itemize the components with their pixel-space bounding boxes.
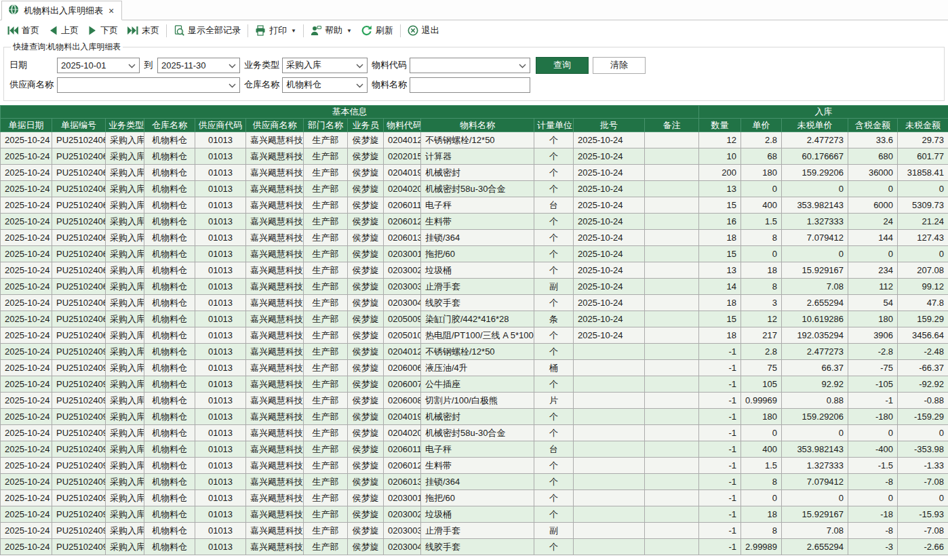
- table-row[interactable]: 2025-10-24PU25102406采购入库机物料仓01013嘉兴飓慧科技生…: [1, 246, 948, 262]
- table-row[interactable]: 2025-10-24PU25102406采购入库机物料仓01013嘉兴飓慧科技生…: [1, 181, 948, 197]
- table-row[interactable]: 2025-10-24PU25102406采购入库机物料仓01013嘉兴飓慧科技生…: [1, 327, 948, 344]
- date-to-select[interactable]: 2025-11-30: [157, 58, 240, 73]
- cell: 0: [848, 246, 898, 262]
- table-row[interactable]: 2025-10-24PU25102409采购入库机物料仓01013嘉兴飓慧科技生…: [1, 490, 948, 506]
- column-header-row: 单据日期单据编号业务类型仓库名称供应商代码供应商名称部门名称业务员物料代码物料名…: [1, 119, 948, 132]
- cell: 生产部: [304, 360, 348, 376]
- cell: 0204020: [384, 425, 421, 441]
- cell: 2025-10-24: [1, 523, 52, 539]
- cell: 采购入库: [106, 458, 144, 474]
- cell: 嘉兴飓慧科技: [246, 490, 304, 506]
- cell: PU25102406: [52, 295, 106, 311]
- cell: -2.8: [848, 344, 898, 360]
- help-person-icon: [311, 25, 321, 36]
- table-row[interactable]: 2025-10-24PU25102409采购入库机物料仓01013嘉兴飓慧科技生…: [1, 539, 948, 555]
- table-row[interactable]: 2025-10-24PU25102409采购入库机物料仓01013嘉兴飓慧科技生…: [1, 506, 948, 523]
- cell: 10.619286: [782, 311, 848, 327]
- cell: PU25102409: [52, 360, 106, 376]
- table-row[interactable]: 2025-10-24PU25102409采购入库机物料仓01013嘉兴飓慧科技生…: [1, 344, 948, 360]
- table-row[interactable]: 2025-10-24PU25102409采购入库机物料仓01013嘉兴飓慧科技生…: [1, 376, 948, 393]
- cell: -15.93: [898, 506, 948, 523]
- prev-page-button[interactable]: 上页: [44, 22, 83, 39]
- table-row[interactable]: 2025-10-24PU25102406采购入库机物料仓01013嘉兴飓慧科技生…: [1, 311, 948, 327]
- cell: 2025-10-24: [1, 539, 52, 555]
- cell: 嘉兴飓慧科技: [246, 295, 304, 311]
- table-row[interactable]: 2025-10-24PU25102409采购入库机物料仓01013嘉兴飓慧科技生…: [1, 441, 948, 458]
- table-row[interactable]: 2025-10-24PU25102406采购入库机物料仓01013嘉兴飓慧科技生…: [1, 279, 948, 295]
- cell: [574, 441, 645, 458]
- cell: 1.327333: [782, 214, 848, 230]
- column-header-4: 供应商代码: [195, 119, 246, 132]
- first-page-button[interactable]: 首页: [3, 22, 44, 39]
- table-row[interactable]: 2025-10-24PU25102409采购入库机物料仓01013嘉兴飓慧科技生…: [1, 393, 948, 409]
- table-row[interactable]: 2025-10-24PU25102406采购入库机物料仓01013嘉兴飓慧科技生…: [1, 295, 948, 311]
- cell: 01013: [195, 506, 246, 523]
- cell: 机物料仓: [144, 376, 195, 393]
- table-row[interactable]: 2025-10-24PU25102406采购入库机物料仓01013嘉兴飓慧科技生…: [1, 132, 948, 148]
- cell: 机物料仓: [144, 506, 195, 523]
- table-row[interactable]: 2025-10-24PU25102406采购入库机物料仓01013嘉兴飓慧科技生…: [1, 214, 948, 230]
- clear-button[interactable]: 清除: [593, 57, 646, 74]
- cell: 机物料仓: [144, 214, 195, 230]
- table-row[interactable]: 2025-10-24PU25102406采购入库机物料仓01013嘉兴飓慧科技生…: [1, 165, 948, 181]
- table-row[interactable]: 2025-10-24PU25102409采购入库机物料仓01013嘉兴飓慧科技生…: [1, 409, 948, 425]
- last-page-button[interactable]: 末页: [123, 22, 164, 39]
- supplier-select[interactable]: [57, 77, 240, 93]
- refresh-icon: [361, 25, 372, 36]
- table-row[interactable]: 2025-10-24PU25102409采购入库机物料仓01013嘉兴飓慧科技生…: [1, 523, 948, 539]
- table-row[interactable]: 2025-10-24PU25102409采购入库机物料仓01013嘉兴飓慧科技生…: [1, 458, 948, 474]
- tab-close-icon[interactable]: ×: [108, 6, 115, 16]
- print-dropdown-icon[interactable]: ▼: [291, 28, 296, 34]
- warehouse-select[interactable]: 机物料仓: [282, 77, 368, 93]
- table-row[interactable]: 2025-10-24PU25102409采购入库机物料仓01013嘉兴飓慧科技生…: [1, 360, 948, 376]
- cell: [645, 458, 699, 474]
- cell: 生产部: [304, 311, 348, 327]
- table-row[interactable]: 2025-10-24PU25102406采购入库机物料仓01013嘉兴飓慧科技生…: [1, 197, 948, 214]
- table-row[interactable]: 2025-10-24PU25102406采购入库机物料仓01013嘉兴飓慧科技生…: [1, 230, 948, 246]
- cell: [645, 181, 699, 197]
- table-row[interactable]: 2025-10-24PU25102406采购入库机物料仓01013嘉兴飓慧科技生…: [1, 262, 948, 279]
- cell: [645, 539, 699, 555]
- tab-material-inout-report[interactable]: 机物料出入库明细表 ×: [1, 1, 122, 20]
- column-header-16: 含税金额: [848, 119, 898, 132]
- table-row[interactable]: 2025-10-24PU25102409采购入库机物料仓01013嘉兴飓慧科技生…: [1, 425, 948, 441]
- show-all-records-button[interactable]: 显示全部记录: [169, 22, 245, 39]
- cell: 60.176667: [782, 148, 848, 165]
- table-row[interactable]: 2025-10-24PU25102406采购入库机物料仓01013嘉兴飓慧科技生…: [1, 148, 948, 165]
- date-from-select[interactable]: 2025-10-01: [57, 58, 140, 73]
- print-button[interactable]: 打印 ▼: [250, 22, 301, 39]
- cell: 8: [741, 230, 782, 246]
- warehouse-value: 机物料仓: [286, 79, 356, 91]
- help-button[interactable]: 帮助 ▼: [306, 22, 357, 39]
- query-button[interactable]: 查询: [536, 57, 589, 74]
- cell: 侯梦旋: [348, 506, 384, 523]
- cell: 0204019: [384, 165, 421, 181]
- help-dropdown-icon[interactable]: ▼: [347, 28, 352, 34]
- exit-button[interactable]: 退出: [403, 22, 444, 39]
- cell: 01013: [195, 246, 246, 262]
- cell: 2025-10-24: [1, 295, 52, 311]
- table-row[interactable]: 2025-10-24PU25102409采购入库机物料仓01013嘉兴飓慧科技生…: [1, 474, 948, 490]
- filter-row-2: 供应商名称 仓库名称 机物料仓 物料名称: [9, 76, 939, 94]
- cell: 0206011: [384, 441, 421, 458]
- cell: PU25102409: [52, 409, 106, 425]
- cell: 0.88: [782, 393, 848, 409]
- biz-type-select[interactable]: 采购入库: [282, 58, 368, 73]
- cell: [574, 360, 645, 376]
- cell: 侯梦旋: [348, 425, 384, 441]
- next-page-button[interactable]: 下页: [83, 22, 123, 39]
- cell: 个: [534, 344, 574, 360]
- refresh-button[interactable]: 刷新: [357, 22, 398, 39]
- cell: PU25102409: [52, 344, 106, 360]
- cell: 生产部: [304, 295, 348, 311]
- cell: [645, 148, 699, 165]
- cell: 不锈钢螺栓/12*50: [421, 132, 534, 148]
- material-code-select[interactable]: [410, 58, 530, 73]
- cell: 采购入库: [106, 490, 144, 506]
- cell: 0: [782, 490, 848, 506]
- cell: 68: [741, 148, 782, 165]
- cell: 0204020: [384, 181, 421, 197]
- column-group-0: 基本信息: [1, 106, 699, 119]
- material-name-input[interactable]: [410, 77, 530, 93]
- cell: 0203003: [384, 279, 421, 295]
